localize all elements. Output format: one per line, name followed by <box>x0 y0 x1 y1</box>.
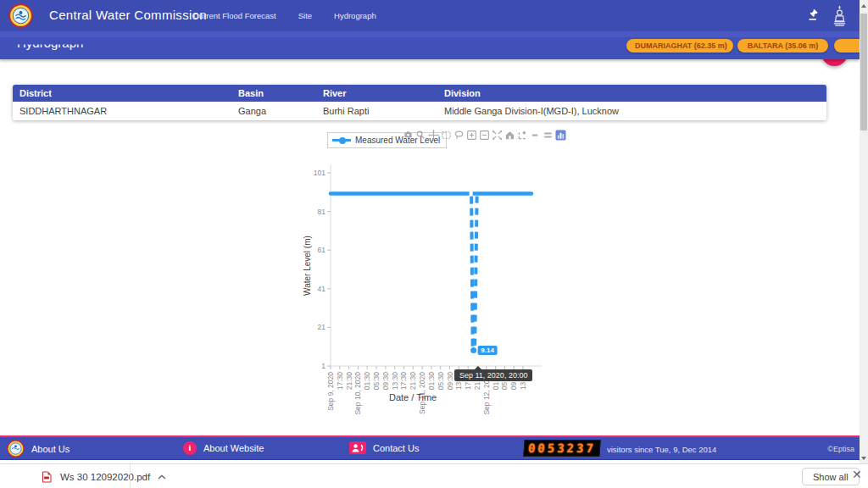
legend-line-marker <box>332 139 351 141</box>
svg-text:81: 81 <box>318 208 326 216</box>
svg-text:1: 1 <box>321 362 326 370</box>
hover-closest-icon[interactable] <box>530 129 541 140</box>
plotly-logo-icon[interactable] <box>555 129 566 140</box>
cwc-logo[interactable] <box>8 3 33 28</box>
emblem-of-india-icon <box>831 4 849 30</box>
cwc-logo-icon <box>8 3 33 28</box>
contact-icon <box>349 441 366 454</box>
svg-text:05:30: 05:30 <box>372 372 381 391</box>
table-header-row: District Basin River Division <box>13 85 826 102</box>
svg-text:17:30: 17:30 <box>336 372 344 391</box>
top-navbar: Central Water Commission Current Flood F… <box>0 0 860 31</box>
footer-about-us[interactable]: About Us <box>7 440 70 458</box>
hydrograph-chart: 121416181101Sep 9, 202017:3021:30Sep 10,… <box>292 125 568 407</box>
station-info-table: District Basin River Division SIDDHARTHN… <box>13 85 826 120</box>
col-basin: Basin <box>231 85 316 102</box>
lasso-select-icon[interactable] <box>453 129 465 140</box>
footer-about-website[interactable]: i About Website <box>183 441 264 455</box>
reset-axes-icon[interactable] <box>504 129 515 140</box>
x-axis-title: Date / Time <box>389 392 437 402</box>
zoom-out-icon[interactable] <box>479 129 490 140</box>
zoom-icon[interactable] <box>415 129 426 140</box>
svg-text:41: 41 <box>318 285 326 293</box>
svg-text:17:30: 17:30 <box>399 372 408 391</box>
footer-contact-us-label: Contact Us <box>373 443 419 453</box>
downloaded-file-chip[interactable]: Ws 30 12092020.pdf <box>41 468 166 485</box>
hover-tooltip: Sep 11, 2020, 20:00 <box>454 369 532 381</box>
hover-compare-icon[interactable] <box>542 129 554 140</box>
station-info-card: District Basin River Division SIDDHARTHN… <box>13 85 826 120</box>
svg-text:61: 61 <box>318 246 326 254</box>
zoom-in-icon[interactable] <box>466 129 477 140</box>
close-downloads-bar-icon[interactable]: ✕ <box>852 468 862 481</box>
page-scrollbar[interactable] <box>860 0 868 463</box>
svg-text:21:30: 21:30 <box>345 372 353 391</box>
menu-hydrograph[interactable]: Hydrograph <box>334 11 376 20</box>
app-title: Central Water Commission <box>49 8 207 22</box>
svg-text:09:30: 09:30 <box>381 372 390 391</box>
page-title: Hydrograph <box>17 36 83 50</box>
svg-text:101: 101 <box>314 169 326 177</box>
cell-division: Middle Ganga Division-I(MGD-I), Lucknow <box>437 102 826 120</box>
footer-about-website-label: About Website <box>203 443 264 453</box>
download-plot-icon[interactable] <box>403 129 414 140</box>
svg-text:21: 21 <box>318 323 326 331</box>
browser-downloads-bar: Ws 30 12092020.pdf Show all ✕ <box>0 463 868 488</box>
menu-site[interactable]: Site <box>298 11 312 20</box>
cwc-logo-icon <box>7 440 25 458</box>
scroll-up-arrow-icon[interactable] <box>861 4 866 8</box>
scrollbar-thumb[interactable] <box>860 14 867 130</box>
svg-text:05:30: 05:30 <box>437 372 445 391</box>
station-button-dumariaghat[interactable]: DUMARIAGHAT (62.35 m) <box>626 39 733 53</box>
pdf-file-icon <box>41 471 53 483</box>
svg-text:01:30: 01:30 <box>363 372 371 391</box>
visitor-counter: 0053237 <box>523 440 600 457</box>
svg-text:09:30: 09:30 <box>446 372 454 391</box>
svg-text:13:30: 13:30 <box>391 372 399 391</box>
cell-basin: Ganga <box>231 102 316 120</box>
chevron-up-icon <box>158 474 166 480</box>
y-axis-title: Water Level (m) <box>303 228 312 304</box>
col-division: Division <box>437 85 826 102</box>
scroll-down-arrow-icon[interactable] <box>861 457 866 460</box>
svg-text:21:30: 21:30 <box>409 372 417 391</box>
autoscale-icon[interactable] <box>492 129 503 140</box>
info-icon: i <box>183 441 197 455</box>
col-district: District <box>13 85 231 102</box>
visitors-since-text: visitors since Tue, 9, Dec 2014 <box>607 445 716 454</box>
gavel-icon[interactable] <box>807 8 820 25</box>
footer-about-us-label: About Us <box>31 444 70 454</box>
svg-text:9.14: 9.14 <box>481 347 494 354</box>
footer-bar: About Us i About Website Contact Us 0053… <box>0 435 860 460</box>
cell-district: SIDDHARTHNAGAR <box>13 102 231 120</box>
pan-icon[interactable] <box>428 129 439 140</box>
menu-current-flood-forecast[interactable]: Current Flood Forecast <box>193 11 276 20</box>
station-button-baltara[interactable]: BALTARA (35.06 m) <box>737 39 828 53</box>
chart-modebar <box>403 129 566 140</box>
footer-contact-us[interactable]: Contact Us <box>349 441 419 454</box>
downloaded-filename: Ws 30 12092020.pdf <box>60 472 150 482</box>
station-button-clipped[interactable] <box>834 39 860 53</box>
toggle-spikelines-icon[interactable] <box>517 129 528 140</box>
svg-text:01:30: 01:30 <box>427 372 436 391</box>
svg-text:Sep 9, 2020: Sep 9, 2020 <box>326 372 335 411</box>
show-all-downloads-button[interactable]: Show all <box>802 468 860 485</box>
copyright-text: ©Eptisa <box>827 445 854 453</box>
table-row: SIDDHARTHNAGAR Ganga Burhi Rapti Middle … <box>13 102 826 120</box>
box-select-icon[interactable] <box>441 129 452 140</box>
downloads-separator <box>130 464 131 488</box>
col-river: River <box>316 85 437 102</box>
subheader-bar: Hydrograph DUMARIAGHAT (62.35 m) BALTARA… <box>0 31 860 59</box>
svg-text:Sep 10, 2020: Sep 10, 2020 <box>353 372 362 415</box>
main-menu: Current Flood Forecast Site Hydrograph <box>193 11 376 20</box>
cell-river: Burhi Rapti <box>316 102 437 120</box>
